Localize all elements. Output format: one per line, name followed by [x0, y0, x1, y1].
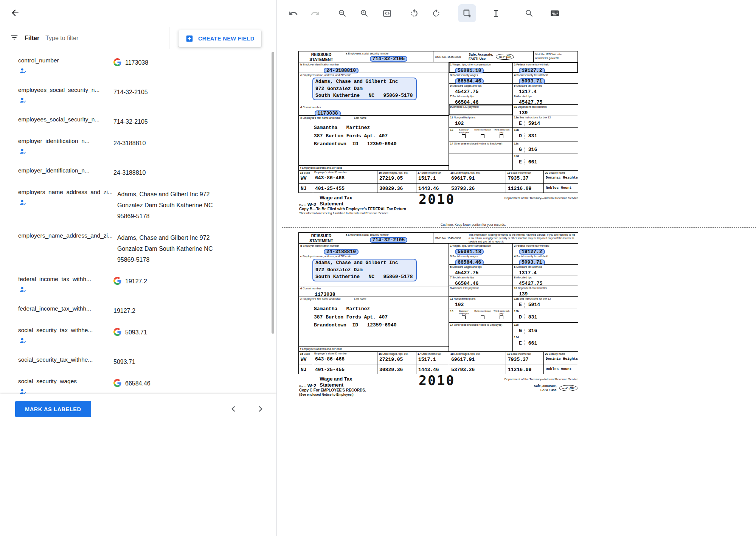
- field-name: federal_income_tax_withh...: [18, 305, 109, 312]
- box-12b: 12b D831: [513, 128, 578, 141]
- panel-topbar: [0, 0, 276, 27]
- field-name-column: social_security_tax_withhe...: [18, 327, 113, 346]
- box-13-checkboxes: 13 Statutory employee Retirement plan Th…: [449, 128, 513, 141]
- box-11-nonqualified: 11 Nonqualified plans 102: [449, 297, 513, 309]
- footer-safe-accurate-block: Safe, accurate, FAST! Use IRSe~file: [534, 384, 577, 392]
- rotate-left-icon: [410, 9, 419, 18]
- chevron-right-icon: [255, 403, 266, 415]
- field-list-item[interactable]: employers_name_address_and_zi... Adams, …: [0, 224, 276, 268]
- w2-document-page[interactable]: REISSUED STATEMENT a Employee's social s…: [298, 232, 578, 398]
- ssn-annotation[interactable]: 714-32-2105: [370, 56, 408, 62]
- labeled-by-human-icon: [20, 199, 113, 208]
- add-region-button[interactable]: [458, 4, 476, 22]
- mark-as-labeled-button[interactable]: MARK AS LABELED: [15, 401, 91, 417]
- employer-address-annotation[interactable]: Adams, Chase and Gilbert Inc 972 Gonzale…: [312, 259, 417, 281]
- create-new-field-button[interactable]: CREATE NEW FIELD: [179, 30, 261, 47]
- document-toolbar: [277, 0, 756, 26]
- field-value-column: 19127.2: [113, 305, 135, 316]
- box-c-employer: c Employer's name, address, and ZIP code…: [299, 254, 449, 286]
- field-value: 24-3188810: [113, 167, 146, 178]
- field-value-column: 714-32-2105: [113, 116, 148, 127]
- field-list-item[interactable]: federal_income_tax_withh... 19127.2: [0, 297, 276, 319]
- box-b-ein: b Employer identification number 24-3188…: [299, 62, 449, 73]
- third-party-sick-pay-checkbox[interactable]: [500, 134, 503, 138]
- box-2-federal-tax: 2 Federal income tax withheld 19127.2: [513, 244, 578, 254]
- reissued-statement: REISSUED STATEMENT: [299, 51, 344, 62]
- filter-icon: [10, 33, 19, 43]
- box-e-employee: e Employee's first name and initialLast …: [299, 116, 449, 166]
- filter-input[interactable]: [45, 35, 140, 42]
- field-name: federal_income_tax_withh...: [18, 276, 109, 283]
- rotate-cw-button[interactable]: [427, 4, 445, 22]
- field-list-item[interactable]: employers_name_address_and_zi... Adams, …: [0, 181, 276, 224]
- back-button[interactable]: [10, 8, 20, 19]
- field-value-column: 5093.71: [113, 327, 147, 346]
- box-5-medicare-wages: 5 Medicare wages and tips 45427.75: [449, 84, 513, 94]
- field-list-item[interactable]: social_security_tax_withhe... 5093.71: [0, 319, 276, 348]
- omb-number: OMB No. 1545-0008: [433, 51, 467, 62]
- field-name-column: employers_name_address_and_zi...: [18, 232, 117, 265]
- text-select-button[interactable]: [487, 4, 505, 22]
- zoom-out-icon: [338, 9, 347, 18]
- field-value: 19127.2: [113, 305, 135, 316]
- box-6-medicare-tax: 6 Medicare tax withheld 1317.4: [513, 84, 578, 94]
- box-empty: [449, 335, 513, 351]
- search-icon: [525, 9, 534, 18]
- employee-name-address: Samantha Martinez 387 Burton Fords Apt. …: [314, 305, 447, 329]
- labeled-by-human-icon: [20, 388, 109, 394]
- filter-header: Filter CREATE NEW FIELD: [0, 27, 276, 49]
- code-view-button[interactable]: [378, 4, 396, 22]
- labeled-by-human-icon: [20, 337, 109, 346]
- w2-main-section: b Employer identification number 24-3188…: [299, 244, 578, 351]
- field-list-item[interactable]: social_security_wages 66584.46: [0, 370, 276, 394]
- search-button[interactable]: [520, 4, 538, 22]
- employee-name-address: Samantha Martinez 387 Burton Fords Apt. …: [314, 124, 447, 148]
- code-view-icon: [382, 9, 392, 18]
- field-list-item[interactable]: control_number 1173038: [0, 49, 276, 79]
- field-value: 1173038: [125, 57, 148, 68]
- field-list-item[interactable]: employer_identification_n... 24-3188810: [0, 130, 276, 159]
- box-8-allocated-tips: 8 Allocated tips 45427.75: [513, 94, 578, 104]
- field-name: employees_social_security_n...: [18, 116, 109, 123]
- scrollbar-thumb[interactable]: [272, 52, 274, 334]
- field-name-column: employer_identification_n...: [18, 167, 113, 178]
- document-viewer[interactable]: REISSUED STATEMENT a Employee's social s…: [277, 26, 756, 536]
- box-12c: 12c G316: [513, 323, 578, 335]
- field-list-item[interactable]: employer_identification_n... 24-3188810: [0, 159, 276, 181]
- tax-year: 2010: [419, 373, 455, 388]
- zoom-out-button[interactable]: [333, 4, 351, 22]
- field-value: 714-32-2105: [113, 87, 148, 98]
- previous-page-button[interactable]: [227, 403, 239, 415]
- zoom-in-button[interactable]: [355, 4, 373, 22]
- undo-icon: [289, 9, 298, 18]
- undo-button[interactable]: [284, 4, 302, 22]
- field-list-item[interactable]: social_security_tax_withhe... 5093.71: [0, 348, 276, 370]
- ssn-annotation[interactable]: 714-32-2105: [370, 237, 408, 243]
- field-list-item[interactable]: employees_social_security_n... 714-32-21…: [0, 108, 276, 130]
- document-panel: REISSUED STATEMENT a Employee's social s…: [277, 0, 756, 536]
- field-name: social_security_tax_withhe...: [18, 356, 109, 363]
- box-6-medicare-tax: 6 Medicare tax withheld 1317.4: [513, 265, 578, 275]
- box-10-dependent-care: 10 Dependent care benefits 139: [513, 105, 578, 115]
- redo-button[interactable]: [306, 4, 324, 22]
- text-select-icon: [491, 9, 501, 18]
- zoom-in-icon: [360, 9, 369, 18]
- employer-address-annotation[interactable]: Adams, Chase and Gilbert Inc 972 Gonzale…: [312, 78, 417, 100]
- copy-designation: Copy C For EMPLOYEE'S RECORDS. (See encl…: [299, 388, 366, 396]
- w2-state-section: 15 StateWV Employer's state ID number643…: [299, 351, 578, 374]
- statutory-employee-checkbox[interactable]: [462, 134, 466, 138]
- next-page-button[interactable]: [255, 403, 267, 415]
- retirement-plan-checkbox[interactable]: [481, 134, 484, 138]
- field-list-item[interactable]: employees_social_security_n... 714-32-21…: [0, 79, 276, 108]
- field-name-column: control_number: [18, 57, 113, 76]
- statutory-employee-checkbox[interactable]: [462, 315, 466, 319]
- retirement-plan-checkbox[interactable]: [481, 315, 484, 319]
- third-party-sick-pay-checkbox[interactable]: [500, 315, 503, 319]
- field-name-column: federal_income_tax_withh...: [18, 305, 113, 316]
- field-name: employees_social_security_n...: [18, 87, 109, 93]
- field-list-item[interactable]: federal_income_tax_withh... 19127.2: [0, 268, 276, 297]
- keyboard-button[interactable]: [546, 4, 564, 22]
- box-1-wages: 1 Wages, tips, other compensation 56081.…: [449, 244, 513, 254]
- w2-document-page[interactable]: REISSUED STATEMENT a Employee's social s…: [298, 51, 578, 217]
- rotate-ccw-button[interactable]: [405, 4, 423, 22]
